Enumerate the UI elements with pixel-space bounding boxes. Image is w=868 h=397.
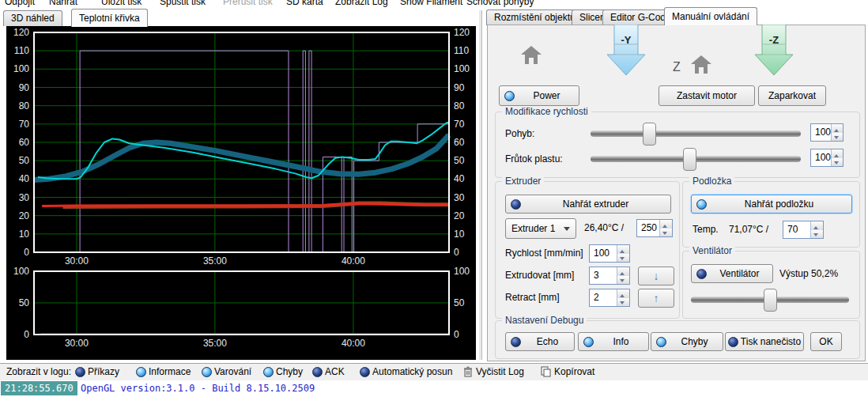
spin-up-icon[interactable] [660, 220, 672, 229]
menu-item-toggle-log[interactable]: Zobrazit Log [335, 0, 388, 7]
autoscroll-led-icon [360, 367, 370, 377]
heat-extruder-button[interactable]: Nahřát extruder [505, 195, 671, 214]
spin-down-icon[interactable] [617, 254, 629, 263]
copy-log-button[interactable]: Kopírovat [541, 366, 594, 377]
fan-button[interactable]: Ventilátor [691, 264, 773, 283]
flow-spinner[interactable]: 100 [810, 149, 843, 167]
extrude-button[interactable]: ↓ [638, 267, 674, 285]
bed-target-spinner[interactable]: 70 [783, 221, 824, 239]
move-z-minus-arrow[interactable] [753, 25, 794, 77]
retract-amount-spinner[interactable]: 2 [589, 289, 630, 307]
debug-ok-button[interactable]: OK [810, 332, 842, 351]
extruder-select[interactable]: Extruder 1 [505, 218, 576, 239]
tab-temperature-curve[interactable]: Teplotní křivka [71, 9, 148, 27]
move-y-minus-arrow[interactable] [606, 25, 647, 77]
retract-label: Retract [mm] [505, 292, 560, 303]
log-toggle-warnings[interactable]: Varování [202, 366, 251, 377]
svg-text:90: 90 [454, 82, 465, 93]
stop-motor-button[interactable]: Zastavit motor [659, 85, 755, 106]
move-speed-slider-thumb[interactable] [643, 123, 656, 146]
power-button[interactable]: Power [499, 85, 579, 106]
warnings-led-icon [202, 367, 212, 377]
debug-dry-run-button[interactable]: Tisk nanečisto [725, 332, 804, 351]
tab-object-placement[interactable]: Rozmístění objektů [486, 9, 583, 25]
log-toggle-commands[interactable]: Příkazy [75, 366, 119, 377]
menu-item-run-job[interactable]: Spustit tisk [160, 0, 206, 7]
svg-text:60: 60 [19, 137, 30, 148]
chevron-down-icon [564, 227, 570, 234]
speed-group-title: Modifikace rychlosti [502, 106, 591, 117]
copy-icon [541, 366, 551, 377]
menu-item-hide-travel[interactable]: Schovat pohyby [466, 0, 534, 7]
extruder-target-value: 250 [637, 220, 659, 236]
temperature-chart-panel: 0010102020303040405050606070708080909010… [6, 26, 476, 360]
fan-slider-thumb[interactable] [764, 289, 777, 312]
spin-up-icon[interactable] [832, 124, 843, 133]
spin-up-icon[interactable] [617, 267, 629, 276]
flow-slider-thumb[interactable] [683, 148, 696, 171]
svg-text:50: 50 [19, 297, 30, 308]
svg-text:50: 50 [454, 297, 465, 308]
svg-text:80: 80 [454, 100, 465, 112]
home-z-icon[interactable] [690, 54, 712, 75]
spin-up-icon[interactable] [811, 221, 823, 230]
move-speed-spinner[interactable]: 100 [810, 123, 843, 142]
log-toggle-ack[interactable]: ACK [312, 366, 345, 377]
debug-info-button[interactable]: Info [578, 332, 649, 351]
spin-down-icon[interactable] [617, 298, 629, 307]
tab-3d-view[interactable]: 3D náhled [3, 10, 62, 26]
svg-text:110: 110 [454, 45, 469, 56]
spin-down-icon[interactable] [617, 276, 629, 285]
svg-text:80: 80 [19, 100, 30, 112]
menu-item-kill-job: Přerušit tisk [223, 0, 273, 7]
trash-icon [463, 366, 473, 377]
spin-down-icon[interactable] [660, 229, 672, 237]
extruder-target-spinner[interactable]: 250 [636, 219, 673, 237]
debug-echo-button[interactable]: Echo [505, 332, 575, 351]
bed-heat-led-icon [696, 199, 707, 210]
echo-led-icon [511, 337, 521, 347]
svg-text:110: 110 [14, 45, 29, 56]
fan-slider[interactable] [691, 288, 849, 312]
svg-text:35:00: 35:00 [203, 338, 227, 349]
menu-item-load[interactable]: Nahrát [49, 0, 77, 7]
flow-slider[interactable] [591, 147, 801, 171]
menu-item-save-job[interactable]: Uložit tisk [101, 0, 142, 7]
power-button-label: Power [515, 90, 579, 101]
info-label: Informace [149, 366, 191, 377]
log-toggle-errors[interactable]: Chyby [263, 366, 303, 377]
svg-text:50: 50 [454, 155, 465, 166]
home-all-icon[interactable] [520, 44, 542, 66]
spin-up-icon[interactable] [832, 149, 843, 158]
park-button[interactable]: Zaparkovat [758, 85, 826, 106]
spin-down-icon[interactable] [832, 158, 843, 167]
bed-temp-label: Temp. [693, 224, 719, 235]
extruder-select-value: Extruder 1 [506, 223, 564, 234]
menu-item-show-filament[interactable]: Show Filament [400, 0, 462, 7]
retract-button[interactable]: ↑ [638, 289, 674, 308]
debug-ok-label: OK [811, 336, 841, 347]
heat-bed-button[interactable]: Nahřát podložku [691, 195, 852, 214]
extruder-speed-spinner[interactable]: 100 [589, 244, 630, 263]
extruder-heat-led-icon [511, 199, 521, 210]
spin-up-icon[interactable] [617, 245, 629, 254]
extrude-amount-spinner[interactable]: 3 [589, 267, 630, 285]
arrow-up-icon: ↑ [654, 292, 659, 304]
debug-errors-button[interactable]: Chyby [651, 332, 723, 351]
spin-down-icon[interactable] [811, 230, 823, 239]
svg-text:100: 100 [454, 266, 470, 277]
log-toggle-info[interactable]: Informace [136, 366, 191, 377]
spin-down-icon[interactable] [832, 133, 843, 142]
spin-up-icon[interactable] [617, 289, 629, 298]
svg-text:120: 120 [13, 27, 29, 38]
menu-item-disconnect[interactable]: Odpojit [5, 0, 35, 7]
menu-item-sd-card[interactable]: SD karta [286, 0, 323, 7]
clear-log-button[interactable]: Vyčistit Log [463, 366, 524, 377]
bed-current-temp: 71,07°C / [729, 224, 768, 235]
panel-splitter[interactable] [479, 10, 482, 360]
ack-led-icon [312, 367, 323, 377]
move-speed-slider[interactable] [591, 122, 801, 146]
svg-text:30: 30 [19, 192, 30, 203]
log-toggle-autoscroll[interactable]: Automatický posun [360, 366, 452, 377]
tab-manual-control[interactable]: Manuální ovládání [664, 7, 757, 25]
